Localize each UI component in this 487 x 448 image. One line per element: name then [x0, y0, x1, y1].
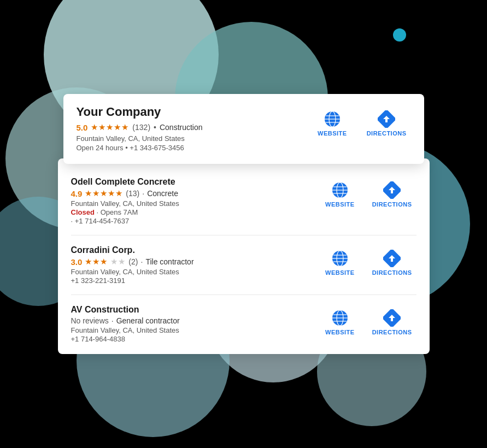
- listing-1-stars-empty: ★★: [110, 257, 126, 267]
- listing-1-stars-full: ★★★: [85, 257, 108, 267]
- featured-website-label: WEBSITE: [318, 130, 347, 137]
- listing-0-info: Odell Complete Concrete 4.9 ★★★★★ (13) ·…: [71, 177, 321, 225]
- featured-stars: ★★★★★: [91, 122, 129, 132]
- listing-1-info: Corradini Corp. 3.0 ★★★★★ (2) · Tile con…: [71, 245, 321, 285]
- featured-phone: +1 343-675-3456: [130, 144, 184, 152]
- listing-2-category: General contractor: [116, 316, 180, 325]
- featured-hours: Open 24 hours • +1 343-675-3456: [77, 144, 314, 152]
- listing-1-website-label: WEBSITE: [325, 269, 355, 276]
- listing-1-directions-button[interactable]: DIRECTIONS: [368, 247, 416, 278]
- featured-separator: •: [154, 123, 156, 132]
- listing-1-rating-row: 3.0 ★★★★★ (2) · Tile contractor: [71, 257, 321, 267]
- listing-0-rating: 4.9: [71, 189, 83, 198]
- listing-0-hours: Closed · Opens 7AM: [71, 208, 321, 216]
- listing-0-rating-row: 4.9 ★★★★★ (13) · Concrete: [71, 188, 321, 198]
- globe-icon: [331, 181, 349, 199]
- listing-2-actions: WEBSITE DIRECTIONS: [321, 305, 416, 338]
- featured-rating-row: 5.0 ★★★★★ (132) • Construction: [77, 122, 314, 132]
- listing-2-name: AV Construction: [71, 305, 321, 315]
- listing-2-phone: +1 714-964-4838: [71, 335, 321, 343]
- listing-2-no-reviews: No reviews: [71, 316, 109, 325]
- listing-2-rating-row: No reviews · General contractor: [71, 316, 321, 325]
- directions-icon: [383, 250, 401, 267]
- list-item: Corradini Corp. 3.0 ★★★★★ (2) · Tile con…: [71, 235, 416, 295]
- featured-review-count: (132): [132, 123, 150, 132]
- listing-2-website-label: WEBSITE: [325, 329, 355, 335]
- listing-1-review-count: (2): [128, 257, 138, 266]
- listing-1-directions-label: DIRECTIONS: [372, 269, 412, 276]
- list-card: Odell Complete Concrete 4.9 ★★★★★ (13) ·…: [58, 158, 430, 354]
- listing-0-phone-number: +1 714-454-7637: [75, 217, 129, 225]
- listing-2-location: Fountain Valley, CA, United States: [71, 326, 321, 334]
- listing-0-directions-label: DIRECTIONS: [372, 201, 412, 208]
- featured-company-name: Your Company: [77, 105, 314, 119]
- listing-1-website-button[interactable]: WEBSITE: [321, 247, 359, 278]
- listing-0-phone: · +1 714-454-7637: [71, 217, 321, 225]
- listing-1-actions: WEBSITE DIRECTIONS: [321, 245, 416, 278]
- featured-website-button[interactable]: WEBSITE: [313, 108, 351, 139]
- listing-1-category: Tile contractor: [145, 257, 193, 266]
- listing-0-review-count: (13): [126, 189, 139, 198]
- globe-icon: [324, 110, 341, 128]
- listing-0-website-button[interactable]: WEBSITE: [321, 179, 359, 210]
- listing-1-phone: +1 323-221-3191: [71, 276, 321, 285]
- globe-icon: [331, 309, 349, 327]
- listing-0-name: Odell Complete Concrete: [71, 177, 321, 187]
- listing-2-info: AV Construction No reviews · General con…: [71, 305, 321, 343]
- listing-1-location: Fountain Valley, CA, United States: [71, 268, 321, 276]
- featured-hours-text: Open 24 hours: [77, 144, 124, 152]
- listing-2-website-button[interactable]: WEBSITE: [321, 307, 359, 338]
- featured-actions: WEBSITE DIRECTIONS: [313, 105, 410, 139]
- listing-2-directions-button[interactable]: DIRECTIONS: [368, 307, 416, 338]
- listing-0-directions-button[interactable]: DIRECTIONS: [368, 179, 416, 210]
- listing-1-rating: 3.0: [71, 257, 83, 267]
- listing-0-stars: ★★★★★: [85, 188, 123, 198]
- listing-0-actions: WEBSITE DIRECTIONS: [321, 177, 416, 210]
- listing-0-location: Fountain Valley, CA, United States: [71, 199, 321, 208]
- listing-1-name: Corradini Corp.: [71, 245, 321, 255]
- listing-0-hours-detail: · Opens 7AM: [96, 208, 138, 216]
- cards-wrapper: Your Company 5.0 ★★★★★ (132) • Construct…: [58, 94, 430, 354]
- globe-icon: [331, 250, 349, 267]
- featured-location: Fountain Valley, CA, United States: [77, 134, 314, 143]
- listing-2-directions-label: DIRECTIONS: [372, 329, 412, 335]
- featured-directions-button[interactable]: DIRECTIONS: [362, 108, 411, 139]
- directions-icon: [383, 181, 401, 199]
- featured-rating-number: 5.0: [77, 123, 88, 132]
- listing-0-category: Concrete: [147, 189, 178, 198]
- directions-icon: [383, 309, 401, 327]
- accent-dot: [393, 28, 406, 42]
- listing-0-phone-bullet: ·: [71, 217, 75, 225]
- directions-icon: [378, 110, 395, 128]
- listing-0-closed: Closed: [71, 208, 95, 216]
- list-item: AV Construction No reviews · General con…: [71, 295, 416, 345]
- featured-card: Your Company 5.0 ★★★★★ (132) • Construct…: [63, 94, 424, 164]
- listing-0-website-label: WEBSITE: [325, 201, 355, 208]
- list-item: Odell Complete Concrete 4.9 ★★★★★ (13) ·…: [71, 167, 416, 235]
- featured-info: Your Company 5.0 ★★★★★ (132) • Construct…: [77, 105, 314, 152]
- featured-category: Construction: [160, 123, 203, 132]
- featured-directions-label: DIRECTIONS: [367, 130, 407, 137]
